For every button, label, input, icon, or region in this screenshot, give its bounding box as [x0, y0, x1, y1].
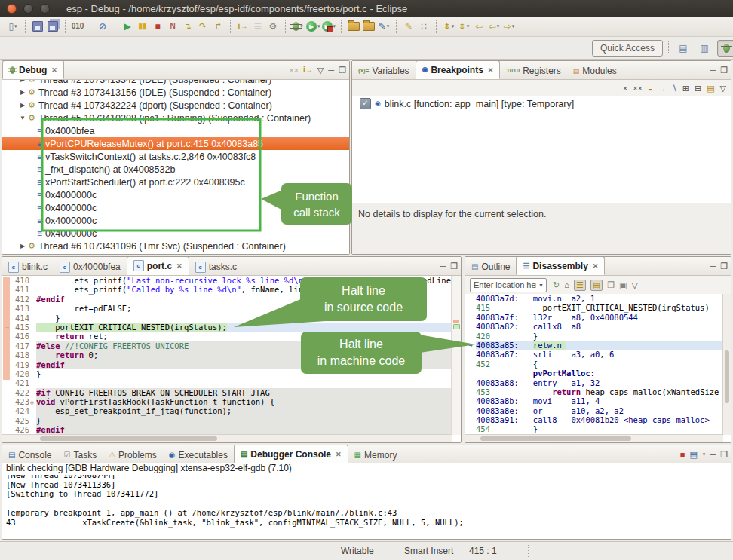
thread-row[interactable]: ▶⚙Thread #3 1073413156 (IDLE) (Suspended… [2, 86, 349, 99]
code-line[interactable]: 425} [2, 416, 461, 425]
tab-0x4000bfea[interactable]: c0x4000bfea [54, 259, 127, 275]
tree-expand-icon[interactable]: ▶ [19, 102, 26, 109]
disasm-line[interactable]: 40083a8b: movi a11, 4 [465, 396, 723, 405]
display-console-icon[interactable]: ▤ [689, 451, 697, 459]
location-combo[interactable]: Enter location here ▼ [470, 278, 547, 292]
annotation-ruler[interactable] [2, 388, 12, 397]
overview-ruler[interactable] [451, 276, 461, 435]
disasm-line[interactable]: 40083a87: srli a3, a0, 6 [465, 350, 723, 359]
tab-tasks[interactable]: ☑Tasks [57, 447, 103, 464]
show-supported-breakpoints-icon[interactable]: ◒ [648, 84, 653, 93]
annotation-ruler[interactable] [2, 425, 12, 434]
maximize-icon[interactable]: ❒ [450, 262, 458, 271]
stack-frame-row[interactable]: ▶≡vTaskSwitchContext() at tasks.c:2,846 … [2, 150, 349, 163]
window-maximize-button[interactable] [40, 4, 50, 14]
stack-frame-row[interactable]: ▶≡0x4000bfea [2, 124, 349, 137]
disasm-line[interactable]: 40083a82: callx8 a8 [465, 322, 723, 331]
tree-expand-icon[interactable]: ▶ [19, 89, 26, 96]
tab-port-c[interactable]: cport.c✕ [127, 256, 189, 275]
chevron-down-icon[interactable]: ▾ [317, 23, 320, 29]
annotation-ruler[interactable] [2, 416, 12, 425]
refresh-icon[interactable]: ↻ [553, 281, 560, 289]
remove-all-terminated-icon[interactable]: ×× [289, 66, 299, 75]
disasm-line[interactable]: 40083a88: entry a1, 32 [465, 378, 723, 387]
close-icon[interactable]: ✕ [336, 451, 342, 458]
disasm-line[interactable]: 454 } [465, 424, 723, 433]
resume-icon[interactable]: ▶ [121, 19, 134, 34]
suspend-icon[interactable]: ▮▮ [136, 19, 149, 34]
tab-blink-c[interactable]: cblink.c [2, 259, 54, 275]
disasm-line[interactable]: pvPortMalloc: [465, 369, 723, 378]
open-perspective-icon[interactable]: ▤ [675, 41, 692, 56]
close-icon[interactable]: ✕ [51, 66, 57, 74]
tab-problems[interactable]: ⚠Problems [103, 447, 163, 464]
code-line[interactable]: 422#if CONFIG_FREERTOS_BREAK_ON_SCHEDULE… [2, 388, 461, 397]
thread-row[interactable]: ▶⚙Thread #6 1073431096 (Tmr Svc) (Suspen… [2, 240, 349, 252]
open-new-view-icon[interactable]: ❒ [607, 281, 615, 289]
tab-console[interactable]: ▤Console [2, 447, 57, 464]
view-menu-icon[interactable]: ▽ [720, 84, 726, 93]
thread-row[interactable]: ▼⚙Thread #5 1073410208 (ipc1 : Running) … [2, 112, 349, 124]
skip-all-breakpoints-icon[interactable]: ⊘ [96, 19, 109, 34]
remove-all-breakpoints-icon[interactable]: ×× [633, 84, 643, 93]
code-line[interactable]: 426#endif [2, 425, 461, 434]
expand-all-icon[interactable]: ⊞ [682, 84, 689, 93]
code-line[interactable]: 421 [2, 378, 461, 387]
tab-modules[interactable]: ▤Modules [567, 63, 623, 79]
open-resource-icon[interactable] [362, 19, 376, 34]
disasm-line[interactable]: 40083a7d: movi.n a2, 1 [465, 294, 723, 303]
back-history-icon[interactable]: ⇦▾ [487, 19, 501, 34]
maximize-icon[interactable]: ❒ [720, 262, 728, 271]
close-icon[interactable]: ✕ [176, 262, 182, 270]
code-line[interactable]: →415 portEXIT_CRITICAL_NESTED(irqStatus)… [2, 323, 461, 332]
chevron-down-icon[interactable]: ▾ [467, 23, 470, 29]
minimize-icon[interactable]: ─ [710, 262, 716, 271]
minimize-icon[interactable]: ─ [710, 66, 716, 75]
tab-executables[interactable]: ◉Executables [163, 447, 234, 464]
maximize-icon[interactable]: ❒ [339, 66, 346, 75]
tree-expand-icon[interactable]: ▶ [19, 80, 26, 83]
stack-frame-row[interactable]: ▶≡vPortCPUReleaseMutex() at port.c:415 0… [2, 137, 349, 150]
chevron-down-icon[interactable]: ▾ [452, 23, 455, 29]
pin-view-icon[interactable]: ▣ [619, 281, 627, 289]
debug-icon[interactable]: ▾ [291, 19, 305, 34]
tab-memory[interactable]: ▦Memory [348, 447, 403, 464]
skip-all-icon[interactable]: ∖ [672, 84, 677, 93]
disassembly-listing[interactable]: 40083a7d: movi.n a2, 1415 portEXIT_CRITI… [465, 294, 723, 435]
disassembly-vertical-scrollbar[interactable] [722, 294, 731, 435]
chevron-down-icon[interactable]: ▼ [535, 283, 546, 288]
disconnect-icon[interactable]: N [166, 19, 179, 34]
collapse-all-icon[interactable]: ⊟ [695, 84, 701, 93]
minimize-icon[interactable]: ─ [328, 66, 334, 75]
last-edit-location-icon[interactable]: ⇟▾ [442, 19, 455, 34]
annotation-ruler[interactable] [2, 406, 12, 415]
maximize-icon[interactable]: ❒ [720, 66, 728, 75]
tab-outline[interactable]: ▤Outline [465, 259, 516, 275]
disasm-line[interactable]: 40083a7f: l32r a8, 0x40080544 [465, 313, 723, 322]
disassembly-horizontal-scrollbar[interactable] [465, 434, 723, 442]
chevron-down-icon[interactable]: ▾ [387, 23, 390, 29]
open-element-icon[interactable] [347, 19, 360, 34]
annotation-ruler[interactable] [2, 378, 12, 387]
next-annotation-icon[interactable]: ∷ [417, 19, 431, 34]
disasm-line[interactable]: 452 { [465, 360, 723, 369]
view-menu-icon[interactable]: ▽ [317, 66, 324, 75]
thread-row[interactable]: ▶⚙Thread #2 1073413342 (IDLE) (Suspended… [2, 80, 349, 86]
breakpoint-checkbox[interactable]: ✓ [360, 98, 371, 109]
save-all-icon[interactable] [46, 19, 60, 34]
use-step-filters-icon[interactable]: ☰ [251, 19, 265, 34]
step-over-icon[interactable]: ↷ [196, 19, 210, 34]
save-icon[interactable] [31, 19, 44, 34]
code-line[interactable]: 424 esp_set_breakpoint_if_jtag(function)… [2, 406, 461, 415]
chevron-down-icon[interactable]: ▾ [14, 23, 17, 29]
remove-breakpoint-icon[interactable]: × [623, 84, 627, 93]
tab-variables[interactable]: (x)=Variables [352, 63, 416, 79]
chevron-down-icon[interactable]: ▾ [512, 23, 515, 29]
tab-registers[interactable]: 1010Registers [500, 63, 566, 79]
minimize-icon[interactable]: ─ [440, 262, 446, 271]
tab-tasks-c[interactable]: ctasks.c [189, 259, 243, 275]
fold-collapse-icon[interactable]: ⊖ [30, 399, 34, 406]
step-return-icon[interactable]: ↱ [211, 19, 225, 34]
location-input[interactable]: Enter location here [471, 280, 535, 289]
disasm-line[interactable]: 40083a8e: or a10, a2, a2 [465, 406, 723, 415]
